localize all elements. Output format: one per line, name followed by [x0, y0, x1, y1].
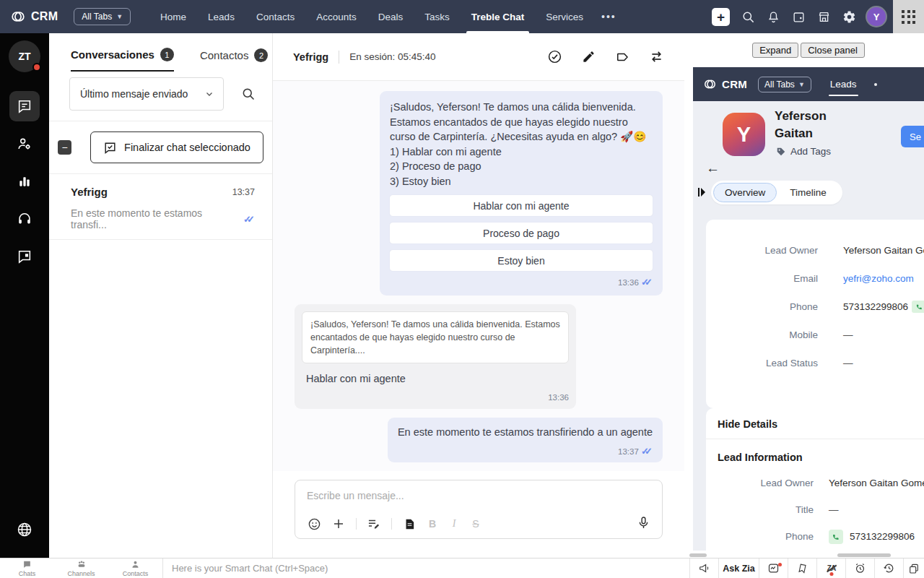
collapse-panel-icon[interactable]: [698, 187, 706, 197]
bottom-bar-tools: Ask Zia ZA: [689, 558, 924, 578]
document-icon[interactable]: [402, 517, 417, 531]
strikethrough-button[interactable]: S: [470, 518, 481, 530]
quick-reply-button[interactable]: Proceso de pago: [390, 223, 653, 243]
bottom-tab-channels[interactable]: Channels: [54, 558, 108, 578]
zia-insights-icon[interactable]: [759, 558, 788, 578]
microphone-icon[interactable]: [637, 516, 650, 530]
nav-item-accounts[interactable]: Accounts: [305, 0, 367, 33]
rail-chats-icon[interactable]: [9, 91, 40, 121]
calendar-icon[interactable]: [791, 9, 806, 24]
crm-panel-nav: CRM All Tabs ▼ Leads: [693, 67, 924, 101]
close-panel-button[interactable]: Close panel: [801, 43, 865, 58]
scrollbar-thumb[interactable]: [689, 553, 707, 557]
sort-dropdown[interactable]: Último mensaje enviado: [69, 77, 224, 111]
tag-label-icon[interactable]: [615, 49, 630, 64]
notifications-bell-icon[interactable]: [766, 9, 780, 24]
italic-button[interactable]: I: [448, 518, 460, 530]
nav-item-leads[interactable]: Leads: [197, 0, 245, 33]
attach-plus-icon[interactable]: [331, 517, 346, 531]
bookmark-icon[interactable]: [788, 558, 816, 578]
field-row: Mobile —: [706, 321, 924, 349]
bold-button[interactable]: B: [427, 518, 438, 530]
app-launcher-icon[interactable]: [893, 0, 924, 33]
ask-zia-button[interactable]: Ask Zia: [718, 558, 759, 578]
search-icon[interactable]: [741, 9, 755, 24]
message-input[interactable]: [307, 490, 582, 501]
brand-title: CRM: [31, 10, 58, 23]
select-all-checkbox[interactable]: −: [58, 140, 71, 155]
send-email-button[interactable]: Se: [901, 126, 924, 147]
call-phone-icon[interactable]: [912, 301, 924, 313]
nav-item-contacts[interactable]: Contacts: [245, 0, 305, 33]
add-tags-button[interactable]: Add Tags: [776, 146, 831, 157]
tag-icon: [776, 147, 786, 157]
recent-history-icon[interactable]: [874, 558, 903, 578]
lead-owner-value: Yeferson Gaitan Gomez: [829, 478, 924, 488]
search-conversations-icon[interactable]: [241, 87, 256, 101]
message-composer: B I S: [295, 480, 663, 539]
rail-language-globe-icon[interactable]: [9, 514, 40, 545]
tab-leads[interactable]: Leads: [830, 79, 857, 90]
message-option-line: 3) Estoy bien: [390, 174, 653, 189]
transfer-arrows-icon[interactable]: [649, 49, 664, 64]
zia-icon[interactable]: ZA: [816, 558, 845, 578]
lead-owner-value: Yeferson Gaitan Gomez: [843, 245, 924, 256]
bottom-tab-contacts[interactable]: Contacts: [108, 558, 162, 578]
resolve-check-circle-icon[interactable]: [547, 49, 562, 64]
reminders-alarm-icon[interactable]: [845, 558, 874, 578]
rail-feedback-icon[interactable]: [9, 241, 40, 272]
phone-value: 573132299806: [843, 301, 924, 313]
clipboard-copy-icon[interactable]: [903, 558, 924, 578]
caret-down-icon: ▼: [116, 13, 123, 20]
emoji-icon[interactable]: [307, 517, 321, 531]
zoho-logo-icon: [703, 77, 717, 91]
tab-overview[interactable]: Overview: [713, 183, 777, 202]
tab-contactos[interactable]: Contactos 2: [200, 48, 269, 72]
nav-item-services[interactable]: Services: [535, 0, 594, 33]
quick-create-button[interactable]: +: [712, 8, 730, 26]
announcements-megaphone-icon[interactable]: [689, 558, 718, 578]
expand-panel-button[interactable]: Expand: [752, 43, 798, 58]
finalize-chat-button[interactable]: Finalizar chat seleccionado: [90, 131, 263, 163]
app-window: CRM All Tabs ▼ Home Leads Contacts Accou…: [0, 0, 924, 578]
edit-pencil-icon[interactable]: [581, 49, 596, 64]
canned-replies-icon[interactable]: [367, 517, 381, 531]
nav-overflow-icon[interactable]: •••: [594, 11, 624, 22]
settings-gear-icon[interactable]: [842, 9, 856, 24]
session-timer: En sesión: 05:45:40: [349, 51, 435, 62]
rail-support-headset-icon[interactable]: [9, 204, 40, 234]
conversations-count-badge: 1: [160, 48, 174, 61]
nav-dot: [874, 83, 877, 86]
all-tabs-dropdown[interactable]: All Tabs ▼: [74, 8, 131, 25]
back-arrow-icon[interactable]: ←: [706, 160, 720, 176]
zoho-crm-logo[interactable]: CRM: [10, 9, 58, 25]
message-text: ¡Saludos, Yeferson! Te damos una cálida …: [390, 100, 653, 144]
workspace-avatar[interactable]: ZT: [9, 40, 40, 72]
email-link[interactable]: yefri@zoho.com: [843, 273, 914, 284]
quick-reply-button[interactable]: Estoy bien: [390, 250, 653, 271]
smart-chat-input[interactable]: Here is your Smart Chat (Ctrl+Space): [172, 563, 689, 574]
nav-item-deals[interactable]: Deals: [367, 0, 414, 33]
nav-item-tasks[interactable]: Tasks: [414, 0, 461, 33]
tab-conversaciones[interactable]: Conversaciones 1: [71, 48, 174, 72]
record-tabs: Overview Timeline: [711, 181, 842, 204]
conversation-list-item[interactable]: Yefrigg 13:37 En este momento te estamos…: [49, 174, 272, 239]
all-tabs-dropdown[interactable]: All Tabs ▼: [758, 77, 811, 92]
contacts-count-badge: 2: [254, 48, 268, 62]
marketplace-icon[interactable]: [816, 9, 831, 24]
bottom-tab-chats[interactable]: Chats: [0, 558, 54, 578]
quick-reply-button[interactable]: Hablar con mi agente: [390, 195, 653, 216]
nav-item-home[interactable]: Home: [149, 0, 197, 33]
call-phone-icon[interactable]: [829, 530, 843, 544]
nav-item-treble-chat[interactable]: Treble Chat: [461, 0, 536, 33]
scrollbar-thumb[interactable]: [837, 553, 891, 557]
read-receipt-icon: ✓✓: [641, 277, 653, 288]
rail-contacts-admin-icon[interactable]: [9, 129, 40, 159]
user-avatar[interactable]: Y: [867, 7, 886, 26]
rail-reports-icon[interactable]: [9, 166, 40, 197]
top-nav-actions: + Y: [712, 7, 893, 26]
quoted-message[interactable]: ¡Saludos, Yeferson! Te damos una cálida …: [302, 311, 569, 363]
hide-details-toggle[interactable]: Hide Details: [706, 408, 924, 439]
tab-timeline[interactable]: Timeline: [777, 183, 840, 202]
message-text: En este momento te estamos transfiriendo…: [398, 425, 653, 440]
